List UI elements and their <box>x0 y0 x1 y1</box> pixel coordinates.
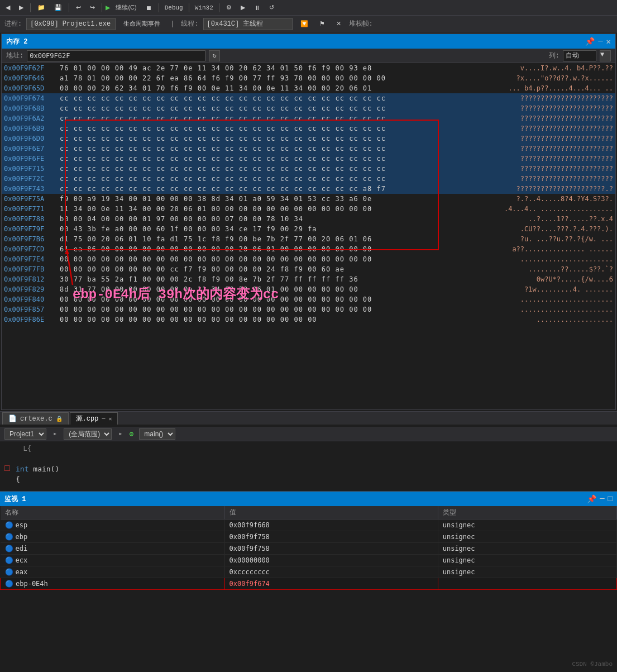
memory-row[interactable]: 0x00F9F646a1 78 01 00 00 00 22 6f ea 86 … <box>2 73 615 83</box>
restart-btn[interactable]: ↺ <box>266 3 278 12</box>
watch-row-value: 0x00f9f758 <box>224 531 438 543</box>
memory-row[interactable]: 0x00F9F86E00 00 00 00 00 00 00 00 00 00 … <box>2 314 615 325</box>
mem-ascii: ??????????????????????? <box>501 155 613 163</box>
func-dropdown[interactable]: main() <box>139 428 175 440</box>
memory-row[interactable]: 0x00F9F6D0cc cc cc cc cc cc cc cc cc cc … <box>2 134 615 144</box>
memory-row[interactable]: 0x00F9F68Bcc cc cc cc cc cc cc cc cc cc … <box>2 103 615 113</box>
watch-row[interactable]: 🔵ebp0x00f9f758unsignec <box>1 531 617 543</box>
tab-crtexe-icon: 📄 <box>8 414 17 423</box>
watch-icon: 🔵 <box>5 568 13 576</box>
memory-row[interactable]: 0x00F9F6FEcc cc cc cc cc cc cc cc cc cc … <box>2 154 615 164</box>
memory-row[interactable]: 0x00F9F65D00 00 00 20 62 34 01 70 f6 f9 … <box>2 83 615 93</box>
watch-row[interactable]: 🔵edi0x00f9f758unsignec <box>1 543 617 555</box>
tab-crtexe-close[interactable]: 🔒 <box>56 416 63 422</box>
memory-row[interactable]: 0x00F9F7E400 00 00 00 00 00 00 00 00 00 … <box>2 254 615 264</box>
watch-row-value: 0x00f9f674 <box>224 578 438 590</box>
memory-row[interactable]: 0x00F9F6B9cc cc cc cc cc cc cc cc cc cc … <box>2 123 615 134</box>
watch-col-value: 值 <box>224 506 438 520</box>
memory-row[interactable]: 0x00F9F7CD61 ea 86 00 00 00 00 00 00 00 … <box>2 244 615 254</box>
mem-bytes: cc cc cc cc cc cc cc cc cc cc cc cc cc c… <box>60 94 501 102</box>
undo-btn[interactable]: ↩ <box>73 3 84 12</box>
mem-ascii: ??????????????????????? <box>501 145 613 152</box>
memory-row[interactable]: 0x00F9F6E7cc cc cc cc cc cc cc cc cc cc … <box>2 144 615 154</box>
watch-header: 名称 值 类型 <box>1 506 617 520</box>
pin-btn[interactable]: 📌 <box>585 37 595 46</box>
mem-addr: 0x00F9F6D0 <box>4 135 60 142</box>
refresh-btn[interactable]: ↻ <box>209 50 220 61</box>
memory-row[interactable]: 0x00F9F7B6d1 75 00 20 06 01 10 fa d1 75 … <box>2 234 615 244</box>
stop-btn[interactable]: ⏹ <box>142 3 155 12</box>
open-btn[interactable]: 📁 <box>34 3 49 12</box>
tab-source-close[interactable]: — <box>102 416 105 422</box>
memory-row[interactable]: 0x00F9F84000 00 00 00 00 00 00 00 00 00 … <box>2 294 615 304</box>
watch-row[interactable]: 🔵eax0xccccccccunsignec <box>1 566 617 578</box>
mem-bytes: cc cc cc cc cc cc cc cc cc cc cc cc cc c… <box>60 165 501 173</box>
watch-row-name: 🔵ecx <box>1 555 225 566</box>
title-controls: 📌 ─ ✕ <box>585 37 611 46</box>
top-toolbar: ◀ ▶ 📁 💾 ↩ ↪ ▶ 继续(C) ⏹ Debug Win32 ⚙ ▶ ⏸ … <box>0 0 617 16</box>
watch-row-name: 🔵esp <box>1 520 225 531</box>
watch-row-name: 🔵ebp <box>1 531 225 543</box>
continue-btn[interactable]: 继续(C) <box>112 2 140 13</box>
memory-row[interactable]: 0x00F9F81230 77 ba 55 2a f1 00 00 00 2c … <box>2 274 615 284</box>
x-btn[interactable]: ✕ <box>333 19 345 28</box>
filter-btn[interactable]: 🔽 <box>297 19 312 28</box>
memory-row[interactable]: 0x00F9F75Af9 00 a9 19 34 00 01 00 00 00 … <box>2 194 615 204</box>
lifecycle-btn[interactable]: 生命周期事件 <box>120 18 164 29</box>
run-btn[interactable]: ▶ <box>237 3 248 12</box>
watch-row[interactable]: 🔵ebp-0E4h0x00f9f674 <box>1 578 617 590</box>
memory-row[interactable]: 0x00F9F72Ccc cc cc cc cc cc cc cc cc cc … <box>2 174 615 184</box>
memory-row[interactable]: 0x00F9F79F00 43 3b fe a0 00 00 60 1f 00 … <box>2 224 615 234</box>
code-line-1: L{ <box>4 444 613 454</box>
memory-row[interactable]: 0x00F9F7FB00 00 00 00 00 00 00 00 cc f7 … <box>2 264 615 274</box>
watch-row-type: unsignec <box>438 555 616 566</box>
mem-addr: 0x00F9F7FB <box>4 265 60 273</box>
thread-label: 线程: <box>181 19 198 28</box>
tab-source[interactable]: 源.cpp — ✕ <box>70 412 118 425</box>
config-btn[interactable]: ⚙ <box>223 3 235 12</box>
memory-row[interactable]: 0x00F9F8298d 31 77 00 00 00 00 00 00 0e … <box>2 284 615 294</box>
close-btn[interactable]: ✕ <box>606 37 611 46</box>
linecontent-4: { <box>16 475 20 483</box>
watch-icon: 🔵 <box>5 580 13 588</box>
mem-addr: 0x00F9F68B <box>4 104 60 112</box>
watch-pin-btn[interactable]: 📌 <box>587 494 596 504</box>
watch-row[interactable]: 🔵ecx0x00000000unsignec <box>1 555 617 566</box>
memory-row[interactable]: 0x00F9F77111 34 00 0e 11 34 00 00 20 06 … <box>2 204 615 214</box>
memory-content[interactable]: 0x00F9F62F76 01 00 00 00 49 ac 2e 77 0e … <box>2 63 615 409</box>
tab-crtexe[interactable]: 📄 crtexe.c 🔒 <box>2 412 69 425</box>
memory-row[interactable]: 0x00F9F743cc cc cc cc cc cc cc cc cc cc … <box>2 184 615 194</box>
memory-row[interactable]: 0x00F9F85700 00 00 00 00 00 00 00 00 00 … <box>2 304 615 314</box>
addr-input[interactable] <box>27 50 205 61</box>
memory-title-bar: 内存 2 📌 ─ ✕ <box>2 34 615 49</box>
project-dropdown[interactable]: Project1 <box>4 428 46 440</box>
col-input[interactable] <box>563 50 596 61</box>
col-dropdown[interactable]: ▼ <box>600 50 611 61</box>
mem-bytes: cc cc cc cc cc cc cc cc cc cc cc cc cc c… <box>60 155 501 163</box>
mem-addr: 0x00F9F75A <box>4 195 60 203</box>
mem-ascii: ??????????????????????? <box>501 104 613 112</box>
scope-dropdown[interactable]: (全局范围) <box>64 428 112 440</box>
tab-source-x[interactable]: ✕ <box>108 416 112 422</box>
mem-bytes: 00 00 00 00 00 00 00 00 00 00 00 00 00 0… <box>60 316 501 323</box>
pause-btn[interactable]: ⏸ <box>251 3 264 12</box>
thread-value: [0x431C] 主线程 <box>203 18 293 30</box>
save-btn[interactable]: 💾 <box>51 3 65 12</box>
redo-btn[interactable]: ↪ <box>87 3 98 12</box>
back-btn[interactable]: ◀ <box>2 3 13 12</box>
memory-row[interactable]: 0x00F9F715cc cc cc cc cc cc cc cc cc cc … <box>2 164 615 174</box>
mem-ascii: a??............... ...... <box>501 245 613 253</box>
memory-row[interactable]: 0x00F9F6A2cc cc cc cc cc cc cc cc cc cc … <box>2 113 615 123</box>
watch-min-btn[interactable]: ─ <box>600 494 604 503</box>
debug-label: Debug <box>162 4 185 11</box>
memory-row[interactable]: 0x00F9F788b0 00 04 00 00 00 01 97 00 00 … <box>2 214 615 224</box>
minimize-btn[interactable]: ─ <box>598 37 602 46</box>
mem-addr: 0x00F9F7CD <box>4 245 60 253</box>
fwd-btn[interactable]: ▶ <box>16 3 27 12</box>
process-value: [0xC98] Project1.exe <box>26 18 116 30</box>
watch-row[interactable]: 🔵esp0x00f9f668unsignec <box>1 520 617 531</box>
memory-row[interactable]: 0x00F9F674cc cc cc cc cc cc cc cc cc cc … <box>2 93 615 103</box>
filter2-btn[interactable]: ⚑ <box>316 19 328 28</box>
watch-max-btn[interactable]: □ <box>608 494 613 503</box>
memory-row[interactable]: 0x00F9F62F76 01 00 00 00 49 ac 2e 77 0e … <box>2 63 615 73</box>
